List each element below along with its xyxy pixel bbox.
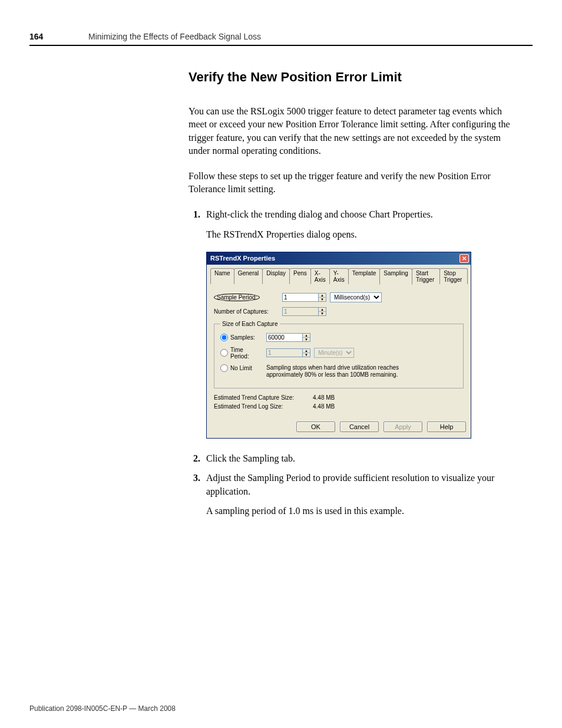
sample-period-spinner[interactable]: ▲▼ — [282, 293, 326, 302]
radio-no-limit[interactable]: No Limit — [220, 364, 263, 372]
est-log-label: Estimated Trend Log Size: — [214, 403, 308, 410]
spinner-buttons-icon[interactable]: ▲▼ — [319, 293, 326, 302]
intro-paragraph-2: Follow these steps to set up the trigger… — [189, 170, 518, 196]
sampling-panel: Sample Period: ▲▼ Millisecond(s) Number … — [207, 284, 471, 418]
sample-period-unit-combo[interactable]: Millisecond(s) — [330, 292, 382, 302]
tab-pens[interactable]: Pens — [289, 268, 311, 284]
ok-button[interactable]: OK — [296, 421, 335, 432]
step-1-sub: The RSTrendX Properties dialog opens. — [206, 228, 518, 241]
no-limit-note: Sampling stops when hard drive utilizati… — [266, 364, 408, 378]
tab-xaxis[interactable]: X-Axis — [310, 268, 330, 284]
samples-spinner[interactable]: ▲▼ — [266, 333, 310, 342]
running-head: Minimizing the Effects of Feedback Signa… — [88, 32, 261, 41]
dialog-titlebar[interactable]: RSTrendX Properties ✕ — [207, 252, 471, 265]
step-number: 1. — [189, 207, 206, 221]
radio-time-period[interactable]: Time Period: — [220, 347, 263, 360]
tab-sampling[interactable]: Sampling — [379, 268, 412, 285]
tab-template[interactable]: Template — [348, 268, 381, 284]
publication-footer: Publication 2098-IN005C-EN-P — March 200… — [29, 704, 176, 713]
dialog-tabs: Name General Display Pens X-Axis Y-Axis … — [207, 265, 471, 284]
dialog-title: RSTrendX Properties — [210, 255, 275, 262]
size-of-capture-group: Size of Each Capture Samples: ▲▼ — [214, 321, 464, 388]
spinner-buttons-icon[interactable]: ▲▼ — [303, 333, 310, 342]
num-captures-label: Number of Captures: — [214, 308, 279, 315]
cancel-button[interactable]: Cancel — [340, 421, 379, 432]
step-text: Right-click the trending dialog and choo… — [206, 207, 518, 221]
radio-time-label: Time Period: — [230, 347, 263, 360]
step-number: 3. — [189, 471, 206, 498]
radio-nolimit-label: No Limit — [230, 365, 252, 371]
samples-input[interactable] — [266, 333, 303, 342]
sample-period-input[interactable] — [282, 293, 319, 302]
est-capture-label: Estimated Trend Capture Size: — [214, 394, 308, 401]
step-text: Adjust the Sampling Period to provide su… — [206, 471, 518, 498]
step-number: 2. — [189, 452, 206, 465]
num-captures-input — [282, 307, 319, 316]
time-unit-combo: Minute(s) — [314, 348, 354, 358]
radio-nolimit-input[interactable] — [220, 364, 228, 372]
close-icon[interactable]: ✕ — [459, 254, 469, 263]
radio-samples[interactable]: Samples: — [220, 334, 263, 341]
apply-button: Apply — [384, 421, 422, 432]
dialog-button-row: OK Cancel Apply Help — [207, 418, 471, 438]
intro-paragraph-1: You can use the RSLogix 5000 trigger fea… — [189, 105, 518, 158]
step-1: 1. Right-click the trending dialog and c… — [189, 207, 518, 221]
help-button[interactable]: Help — [427, 421, 466, 432]
radio-samples-label: Samples: — [230, 334, 255, 341]
step-3: 3. Adjust the Sampling Period to provide… — [189, 471, 518, 498]
time-period-input — [266, 348, 303, 357]
est-capture-value: 4.48 MB — [313, 394, 335, 401]
tab-display[interactable]: Display — [262, 268, 290, 284]
group-legend: Size of Each Capture — [220, 321, 280, 327]
num-captures-spinner[interactable]: ▲▼ — [282, 307, 326, 316]
radio-time-input[interactable] — [220, 349, 228, 357]
step-2: 2. Click the Sampling tab. — [189, 452, 518, 465]
radio-samples-input[interactable] — [220, 334, 228, 341]
spinner-buttons-icon: ▲▼ — [319, 307, 326, 316]
spinner-buttons-icon: ▲▼ — [303, 348, 310, 357]
rstrendx-properties-dialog: RSTrendX Properties ✕ Name General Displ… — [206, 252, 471, 439]
tab-name[interactable]: Name — [210, 268, 234, 284]
page-number: 164 — [29, 32, 88, 41]
sample-period-label: Sample Period: — [214, 294, 279, 301]
tab-general[interactable]: General — [234, 268, 263, 284]
page-header: 164 Minimizing the Effects of Feedback S… — [29, 32, 533, 46]
step-3-sub: A sampling period of 1.0 ms is used in t… — [206, 504, 518, 518]
step-text: Click the Sampling tab. — [206, 452, 518, 465]
section-title: Verify the New Position Error Limit — [189, 70, 518, 85]
time-period-spinner: ▲▼ — [266, 348, 310, 357]
tab-start-trigger[interactable]: Start Trigger — [412, 268, 440, 284]
tab-stop-trigger[interactable]: Stop Trigger — [439, 268, 468, 284]
tab-yaxis[interactable]: Y-Axis — [329, 268, 349, 284]
est-log-value: 4.48 MB — [313, 403, 335, 410]
